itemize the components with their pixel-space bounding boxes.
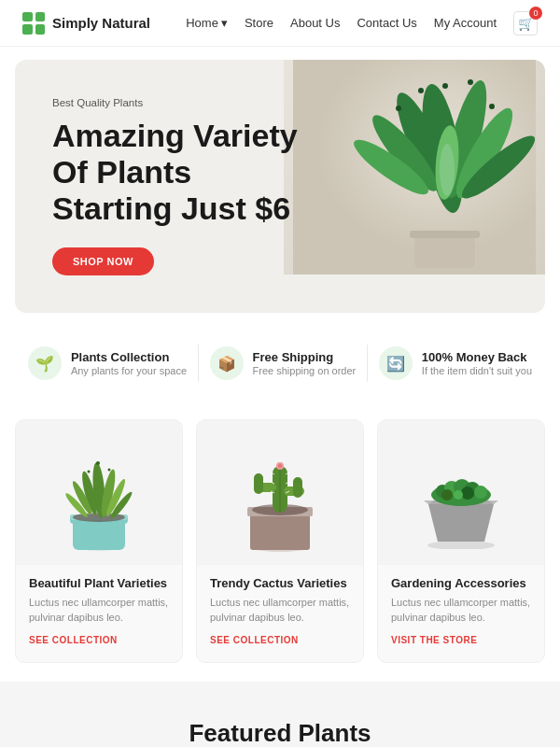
card-body-3: Gardening Accessories Luctus nec ullamco… (378, 565, 544, 649)
card-img-3 (378, 420, 544, 565)
hero-section: Best Quality Plants Amazing Variety Of P… (15, 60, 545, 313)
feature-divider-1 (198, 345, 199, 382)
card-desc-2: Luctus nec ullamcorper mattis, pulvinar … (210, 596, 350, 626)
card-title-2: Trendy Cactus Varieties (210, 576, 350, 590)
feature-divider-2 (367, 345, 368, 382)
card-body-2: Trendy Cactus Varieties Luctus nec ullam… (197, 565, 363, 649)
svg-rect-40 (293, 477, 302, 498)
svg-point-50 (427, 541, 495, 549)
feature-plants: 🌱 Plants Collection Any plants for your … (28, 346, 187, 380)
svg-point-8 (442, 83, 448, 89)
hero-image (284, 60, 545, 313)
cart-badge: 0 (529, 7, 542, 20)
feature-plants-sub: Any plants for your space (71, 365, 187, 376)
product-card-1: Beautiful Plant Varieties Luctus nec ull… (15, 419, 183, 663)
logo: Simply Natural (22, 12, 150, 35)
svg-point-61 (461, 486, 474, 500)
shipping-icon: 📦 (210, 346, 244, 380)
product-cards-section: Beautiful Plant Varieties Luctus nec ull… (0, 410, 560, 682)
plant-card-2-svg (233, 432, 327, 554)
plant-card-1-svg (52, 432, 146, 554)
card-img-1 (16, 420, 182, 565)
feature-money-sub: If the item didn't suit you (422, 365, 532, 376)
nav-about[interactable]: About Us (290, 16, 340, 30)
svg-point-9 (468, 79, 473, 85)
svg-point-10 (418, 88, 424, 93)
svg-rect-16 (410, 231, 480, 238)
svg-point-62 (454, 490, 463, 500)
nav-store[interactable]: Store (245, 16, 273, 30)
logo-text: Simply Natural (52, 15, 150, 31)
card-link-1[interactable]: SEE COLLECTION (29, 635, 169, 645)
money-back-icon: 🔄 (379, 346, 413, 380)
svg-point-30 (108, 468, 111, 471)
hero-content: Best Quality Plants Amazing Variety Of P… (52, 97, 314, 275)
svg-point-11 (489, 104, 495, 109)
feature-shipping: 📦 Free Shipping Free shipping on order (210, 346, 357, 380)
feature-money-back: 🔄 100% Money Back If the item didn't sui… (379, 346, 532, 380)
svg-rect-38 (254, 473, 263, 494)
features-bar: 🌱 Plants Collection Any plants for your … (0, 326, 560, 401)
header: Simply Natural Home ▾ Store About Us Con… (0, 0, 560, 47)
card-link-3[interactable]: VISIT THE STORE (391, 635, 531, 645)
feature-money-title: 100% Money Back (422, 350, 532, 364)
chevron-down-icon: ▾ (221, 16, 228, 30)
hero-plant-svg (293, 60, 536, 275)
featured-section: Featured Plants Lorem ipsum dolor sit am… (0, 682, 560, 747)
logo-icon (22, 12, 45, 35)
card-title-1: Beautiful Plant Varieties (29, 576, 169, 590)
feature-shipping-title: Free Shipping (253, 350, 357, 364)
plant-card-3-svg (410, 437, 512, 549)
cards-grid: Beautiful Plant Varieties Luctus nec ull… (15, 419, 545, 663)
feature-plants-title: Plants Collection (71, 350, 187, 364)
hero-tag: Best Quality Plants (52, 97, 314, 108)
svg-point-31 (88, 470, 91, 472)
main-nav: Home ▾ Store About Us Contact Us My Acco… (186, 11, 538, 35)
product-card-3: Gardening Accessories Luctus nec ullamco… (377, 419, 545, 663)
svg-point-60 (441, 489, 453, 500)
product-card-2: Trendy Cactus Varieties Luctus nec ullam… (196, 419, 364, 663)
nav-account[interactable]: My Account (434, 16, 497, 30)
shop-now-button[interactable]: SHOP NOW (52, 247, 154, 275)
feature-shipping-sub: Free shipping on order (253, 365, 357, 376)
card-desc-1: Luctus nec ullamcorper mattis, pulvinar … (29, 596, 169, 626)
plants-icon: 🌱 (28, 346, 62, 380)
svg-point-59 (474, 486, 487, 499)
svg-point-12 (396, 106, 401, 111)
nav-home[interactable]: Home ▾ (186, 16, 228, 30)
featured-title: Featured Plants (15, 719, 545, 747)
card-body-1: Beautiful Plant Varieties Luctus nec ull… (16, 565, 182, 649)
svg-point-49 (278, 464, 282, 468)
svg-point-29 (96, 461, 100, 465)
card-desc-3: Luctus nec ullamcorper mattis, pulvinar … (391, 596, 531, 626)
svg-marker-51 (428, 504, 494, 542)
svg-point-14 (440, 144, 455, 196)
card-img-2 (197, 420, 363, 565)
cart-button[interactable]: 🛒 0 (513, 11, 538, 35)
card-link-2[interactable]: SEE COLLECTION (210, 635, 350, 645)
card-title-3: Gardening Accessories (391, 576, 531, 590)
hero-title: Amazing Variety Of Plants Starting Just … (52, 118, 314, 227)
nav-contact[interactable]: Contact Us (357, 16, 416, 30)
